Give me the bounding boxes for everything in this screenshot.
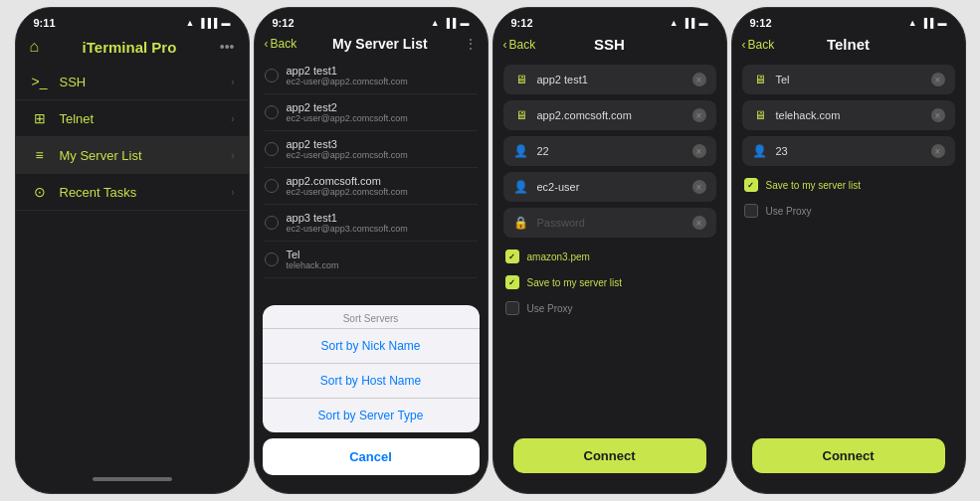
user-icon: 👤	[513, 180, 529, 194]
wifi-icon-3: ▲	[670, 18, 679, 28]
action-sheet-sort-nickname[interactable]: Sort by Nick Name	[263, 329, 480, 364]
status-bar-4: 9:12 ▲ ▐▐ ▬	[732, 8, 965, 34]
server-host-0: ec2-user@app2.comcsoft.com	[287, 77, 478, 86]
signal-icon-4: ▐▐	[921, 18, 934, 28]
field-username[interactable]: 👤 ec2-user ×	[503, 172, 716, 202]
battery-icon-3: ▬	[699, 18, 708, 28]
screens-container: 9:11 ▲ ▐▐▐ ▬ ⌂ iTerminal Pro ••• >_ SSH …	[15, 7, 966, 494]
screen-3-ssh: 9:12 ▲ ▐▐ ▬ ‹ Back SSH 🖥 app2 test1 × 🖥 …	[492, 7, 727, 494]
menu-item-myserverlist[interactable]: ≡ My Server List ›	[16, 137, 249, 174]
telnet-proxy-label: Use Proxy	[766, 206, 812, 217]
proxy-label: Use Proxy	[527, 303, 573, 314]
telnet-checkbox-proxy[interactable]: Use Proxy	[742, 198, 955, 224]
status-bar-2: 9:12 ▲ ▐▐ ▬	[255, 8, 488, 34]
port-icon: 👤	[513, 144, 529, 158]
clear-username-icon[interactable]: ×	[692, 180, 706, 194]
server-item-0[interactable]: app2 test1 ec2-user@app2.comcsoft.com	[265, 58, 478, 94]
keyfile-checkbox[interactable]	[505, 250, 519, 263]
action-sheet-main: Sort Servers Sort by Nick Name Sort by H…	[263, 305, 480, 432]
server-info-4: app3 test1 ec2-user@app3.comcsoft.com	[287, 212, 478, 234]
server-host-4: ec2-user@app3.comcsoft.com	[287, 224, 478, 234]
home-indicator-1	[93, 477, 172, 481]
server-info-5: Tel telehack.com	[287, 249, 478, 270]
clear-hostname-icon[interactable]: ×	[692, 108, 706, 122]
connect-button-3[interactable]: Connect	[513, 438, 706, 473]
server-item-4[interactable]: app3 test1 ec2-user@app3.comcsoft.com	[265, 205, 478, 242]
computer-icon-2: 🖥	[513, 108, 529, 122]
wifi-icon-4: ▲	[908, 18, 917, 28]
back-button-3[interactable]: ‹ Back	[503, 38, 536, 52]
keyfile-label: amazon3.pem	[527, 251, 590, 262]
server-host-2: ec2-user@app2.comcsoft.com	[287, 150, 478, 160]
back-button-2[interactable]: ‹ Back	[265, 37, 297, 51]
server-radio-1[interactable]	[265, 105, 279, 119]
server-item-3[interactable]: app2.comcsoft.com ec2-user@app2.comcsoft…	[265, 168, 478, 205]
telnet-clear-host-icon[interactable]: ×	[931, 73, 945, 86]
clear-password-icon[interactable]: ×	[692, 216, 706, 230]
connect-button-4[interactable]: Connect	[752, 438, 945, 473]
field-value-port: 22	[537, 145, 685, 157]
telnet-save-label: Save to my server list	[766, 180, 862, 191]
recenttasks-icon: ⊙	[30, 184, 50, 200]
back-button-4[interactable]: ‹ Back	[742, 38, 775, 52]
signal-icon-3: ▐▐	[683, 18, 695, 28]
field-host[interactable]: 🖥 app2 test1 ×	[503, 65, 716, 94]
menu-item-ssh[interactable]: >_ SSH ›	[16, 64, 249, 100]
telnet-field-host[interactable]: 🖥 Tel ×	[742, 65, 955, 94]
field-value-host: app2 test1	[537, 74, 685, 85]
clear-host-icon[interactable]: ×	[692, 73, 706, 86]
clear-port-icon[interactable]: ×	[692, 144, 706, 158]
server-name-2: app2 test3	[287, 138, 478, 150]
telnet-port-icon: 👤	[752, 144, 768, 158]
telnet-checkbox-save[interactable]: Save to my server list	[742, 172, 955, 198]
server-radio-5[interactable]	[265, 252, 279, 266]
more-icon[interactable]: •••	[220, 39, 235, 55]
server-host-1: ec2-user@app2.comcsoft.com	[287, 113, 478, 123]
telnet-field-port[interactable]: 👤 23 ×	[742, 136, 955, 166]
action-sheet-sort-hostname[interactable]: Sort by Host Name	[263, 364, 480, 399]
field-hostname[interactable]: 🖥 app2.comcsoft.com ×	[503, 100, 716, 130]
chevron-icon-ssh: ›	[231, 77, 234, 87]
menu-item-recenttasks[interactable]: ⊙ Recent Tasks ›	[16, 174, 249, 211]
telnet-proxy-checkbox[interactable]	[744, 204, 758, 218]
screen-4-telnet: 9:12 ▲ ▐▐ ▬ ‹ Back Telnet 🖥 Tel × 🖥 tele…	[731, 7, 966, 494]
telnet-save-checkbox[interactable]	[744, 178, 758, 192]
checkbox-save[interactable]: Save to my server list	[503, 269, 716, 295]
action-sheet-sort-servertype[interactable]: Sort by Server Type	[263, 399, 480, 432]
telnet-clear-port-icon[interactable]: ×	[931, 144, 945, 158]
checkbox-keyfile[interactable]: amazon3.pem	[503, 244, 716, 269]
server-radio-4[interactable]	[265, 216, 279, 230]
save-checkbox[interactable]	[505, 275, 519, 289]
chevron-icon-telnet: ›	[231, 113, 234, 124]
field-port[interactable]: 👤 22 ×	[503, 136, 716, 166]
proxy-checkbox[interactable]	[505, 301, 519, 315]
battery-icon-4: ▬	[938, 18, 947, 28]
chevron-icon-recenttasks: ›	[231, 187, 234, 198]
server-item-5[interactable]: Tel telehack.com	[265, 242, 478, 278]
field-password[interactable]: 🔒 Password ×	[503, 208, 716, 238]
server-info-2: app2 test3 ec2-user@app2.comcsoft.com	[287, 138, 478, 160]
action-sheet-cancel-button[interactable]: Cancel	[263, 438, 480, 475]
checkbox-proxy[interactable]: Use Proxy	[503, 295, 716, 321]
telnet-clear-hostname-icon[interactable]: ×	[931, 108, 945, 122]
telnet-field-hostname[interactable]: 🖥 telehack.com ×	[742, 100, 955, 130]
server-host-3: ec2-user@app2.comcsoft.com	[287, 187, 478, 197]
sort-icon[interactable]: ⋮	[464, 36, 478, 52]
home-icon[interactable]: ⌂	[30, 38, 40, 56]
save-label: Save to my server list	[527, 277, 623, 288]
action-sheet-group: Sort Servers Sort by Nick Name Sort by H…	[263, 305, 480, 475]
screen2-header: ‹ Back My Server List ⋮	[255, 34, 488, 58]
wifi-icon-2: ▲	[431, 18, 440, 28]
chevron-icon-serverlist: ›	[231, 150, 234, 161]
menu-label-recenttasks: Recent Tasks	[60, 185, 222, 200]
serverlist-icon: ≡	[30, 147, 50, 163]
time-2: 9:12	[273, 17, 294, 29]
server-name-5: Tel	[287, 249, 478, 260]
server-item-1[interactable]: app2 test2 ec2-user@app2.comcsoft.com	[265, 94, 478, 131]
computer-icon-1: 🖥	[513, 73, 529, 86]
menu-item-telnet[interactable]: ⊞ Telnet ›	[16, 100, 249, 137]
server-radio-3[interactable]	[265, 179, 279, 193]
server-item-2[interactable]: app2 test3 ec2-user@app2.comcsoft.com	[265, 131, 478, 168]
server-radio-0[interactable]	[265, 69, 279, 83]
server-radio-2[interactable]	[265, 142, 279, 156]
